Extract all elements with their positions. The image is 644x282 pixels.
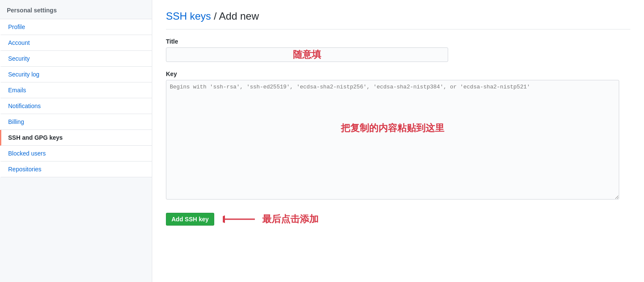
main-content: SSH keys / Add new Title 随意填 Key 把复制的内容粘… xyxy=(152,0,644,282)
title-input-wrapper: 随意填 xyxy=(166,47,448,62)
page-title: SSH keys / Add new xyxy=(166,10,630,29)
key-input[interactable] xyxy=(166,80,619,200)
sidebar-item-notifications[interactable]: Notifications xyxy=(0,98,152,114)
submit-annotation-text: 最后点击添加 xyxy=(262,213,319,226)
arrow-icon xyxy=(223,213,257,226)
sidebar-header: Personal settings xyxy=(0,0,152,19)
title-label: Title xyxy=(166,38,630,45)
submit-annotation-wrapper: 最后点击添加 xyxy=(223,213,319,226)
key-form-group: Key 把复制的内容粘贴到这里 xyxy=(166,70,630,201)
key-textarea-wrapper: 把复制的内容粘贴到这里 xyxy=(166,80,619,201)
sidebar-item-repositories[interactable]: Repositories xyxy=(0,162,152,177)
sidebar-item-blocked-users[interactable]: Blocked users xyxy=(0,146,152,162)
sidebar-item-security[interactable]: Security xyxy=(0,51,152,67)
sidebar-item-ssh-gpg-keys[interactable]: SSH and GPG keys xyxy=(0,130,152,146)
sidebar: Personal settings Profile Account Securi… xyxy=(0,0,152,282)
sidebar-item-billing[interactable]: Billing xyxy=(0,114,152,130)
sidebar-nav: Profile Account Security Security log Em… xyxy=(0,19,152,177)
submit-section: Add SSH key 最后点击添加 xyxy=(166,213,630,226)
sidebar-item-profile[interactable]: Profile xyxy=(0,19,152,35)
page-title-suffix: Add new xyxy=(219,10,259,22)
sidebar-item-account[interactable]: Account xyxy=(0,35,152,51)
key-label: Key xyxy=(166,70,630,77)
add-ssh-key-button[interactable]: Add SSH key xyxy=(166,213,214,226)
breadcrumb-separator: / xyxy=(211,10,219,22)
title-input[interactable] xyxy=(166,47,448,62)
sidebar-item-emails[interactable]: Emails xyxy=(0,82,152,98)
breadcrumb-link[interactable]: SSH keys xyxy=(166,10,211,22)
sidebar-item-security-log[interactable]: Security log xyxy=(0,67,152,82)
title-form-group: Title 随意填 xyxy=(166,38,630,62)
